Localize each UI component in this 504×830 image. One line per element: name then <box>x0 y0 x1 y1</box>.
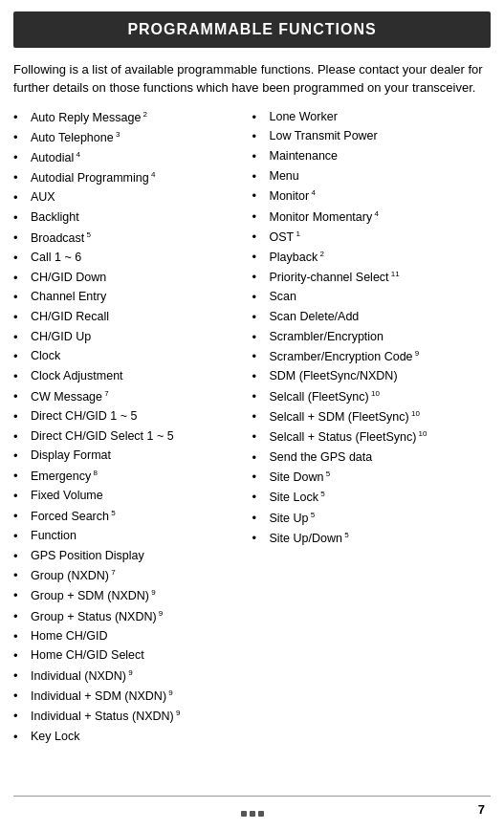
item-label: GPS Position Display <box>31 548 252 565</box>
bullet-icon: • <box>13 149 27 166</box>
bullet-icon: • <box>252 148 266 165</box>
header: PROGRAMMABLE FUNCTIONS <box>13 11 491 48</box>
list-item: •Scrambler/Encryption <box>252 329 492 346</box>
list-item: •CH/GID Up <box>13 329 252 346</box>
bullet-icon: • <box>252 408 266 426</box>
item-label: Scan Delete/Add <box>270 309 492 326</box>
superscript: 9 <box>413 349 420 358</box>
left-column: •Auto Reply Message 2•Auto Telephone 3•A… <box>13 109 252 749</box>
bullet-icon: • <box>252 469 266 486</box>
item-label: Site Down 5 <box>270 469 492 487</box>
list-item: •Monitor Momentary 4 <box>252 208 492 227</box>
list-item: •CW Message 7 <box>13 388 252 406</box>
list-item: •OST 1 <box>252 229 492 247</box>
list-item: •Menu <box>252 168 492 186</box>
item-label: Direct CH/GID 1 ~ 5 <box>31 408 252 426</box>
columns-container: •Auto Reply Message 2•Auto Telephone 3•A… <box>13 109 491 749</box>
item-label: Direct CH/GID Select 1 ~ 5 <box>31 428 252 446</box>
superscript: 9 <box>126 668 133 677</box>
list-item: •Scan <box>252 289 492 306</box>
item-label: Monitor 4 <box>270 187 492 206</box>
list-item: •Group + SDM (NXDN) 9 <box>13 587 252 605</box>
superscript: 7 <box>109 568 116 577</box>
list-item: •Site Lock 5 <box>252 489 492 507</box>
bullet-icon: • <box>252 289 266 306</box>
bullet-icon: • <box>252 348 266 365</box>
superscript: 9 <box>174 709 181 717</box>
bullet-icon: • <box>252 269 266 286</box>
superscript: 9 <box>157 609 164 618</box>
footer-dot-1 <box>241 811 247 817</box>
bullet-icon: • <box>13 567 27 584</box>
list-item: •Selcall (FleetSync) 10 <box>252 388 492 406</box>
bullet-icon: • <box>252 368 266 385</box>
bullet-icon: • <box>13 109 27 126</box>
superscript: 5 <box>323 470 330 478</box>
item-label: Call 1 ~ 6 <box>31 250 252 267</box>
item-label: CH/GID Recall <box>31 309 252 326</box>
item-label: Auto Reply Message 2 <box>31 109 252 127</box>
superscript: 4 <box>74 150 80 159</box>
item-label: Group (NXDN) 7 <box>31 567 252 585</box>
list-item: •AUX <box>13 189 252 207</box>
bullet-icon: • <box>13 488 27 505</box>
item-label: Scan <box>270 289 492 306</box>
bullet-icon: • <box>252 208 266 226</box>
superscript: 9 <box>149 588 156 597</box>
list-item: •Display Format <box>13 448 252 465</box>
superscript: 10 <box>416 429 427 438</box>
list-item: •SDM (FleetSync/NXDN) <box>252 368 492 385</box>
bullet-icon: • <box>13 250 27 267</box>
list-item: •Emergency 8 <box>13 468 252 486</box>
bullet-icon: • <box>252 510 266 527</box>
item-label: Priority-channel Select 11 <box>270 269 492 287</box>
superscript: 10 <box>369 389 380 398</box>
list-item: •Low Transmit Power <box>252 128 492 145</box>
item-label: CW Message 7 <box>31 388 252 406</box>
item-label: Maintenance <box>270 148 492 165</box>
footer-line <box>13 796 491 797</box>
list-item: •Home CH/GID Select <box>13 647 252 665</box>
item-label: Group + SDM (NXDN) 9 <box>31 587 252 605</box>
bullet-icon: • <box>13 189 27 207</box>
item-label: Function <box>31 528 252 545</box>
item-label: Home CH/GID <box>31 628 252 645</box>
item-label: Emergency 8 <box>31 468 252 486</box>
item-label: Individual + SDM (NXDN) 9 <box>31 688 252 706</box>
bullet-icon: • <box>13 528 27 545</box>
bullet-icon: • <box>13 309 27 326</box>
bullet-icon: • <box>252 187 266 205</box>
bullet-icon: • <box>13 587 27 604</box>
superscript: 2 <box>141 110 147 119</box>
list-item: •GPS Position Display <box>13 548 252 565</box>
item-label: Individual (NXDN) 9 <box>31 667 252 686</box>
bullet-icon: • <box>13 129 27 146</box>
superscript: 11 <box>389 270 400 278</box>
list-item: •Function <box>13 528 252 545</box>
item-label: Autodial 4 <box>31 149 252 167</box>
list-item: •Maintenance <box>252 148 492 165</box>
item-label: Selcall (FleetSync) 10 <box>270 388 492 406</box>
page-container: PROGRAMMABLE FUNCTIONS Following is a li… <box>0 0 504 830</box>
bullet-icon: • <box>252 229 266 246</box>
list-item: •Lone Worker <box>252 109 492 126</box>
bullet-icon: • <box>13 729 27 746</box>
bullet-icon: • <box>13 688 27 705</box>
bullet-icon: • <box>252 428 266 446</box>
list-item: •Scramber/Encryption Code 9 <box>252 348 492 366</box>
list-item: •CH/GID Down <box>13 270 252 287</box>
item-label: Site Up 5 <box>270 510 492 528</box>
list-item: •Group (NXDN) 7 <box>13 567 252 585</box>
bullet-icon: • <box>13 408 27 426</box>
bullet-icon: • <box>252 530 266 547</box>
bullet-icon: • <box>13 468 27 485</box>
superscript: 10 <box>409 409 420 418</box>
bullet-icon: • <box>252 309 266 326</box>
list-item: •Autodial Programming 4 <box>13 169 252 187</box>
item-label: CH/GID Up <box>31 329 252 346</box>
list-item: •Site Up/Down 5 <box>252 530 492 548</box>
footer-dots <box>241 811 264 817</box>
bullet-icon: • <box>13 708 27 725</box>
bullet-icon: • <box>13 209 27 227</box>
list-item: •Scan Delete/Add <box>252 309 492 326</box>
